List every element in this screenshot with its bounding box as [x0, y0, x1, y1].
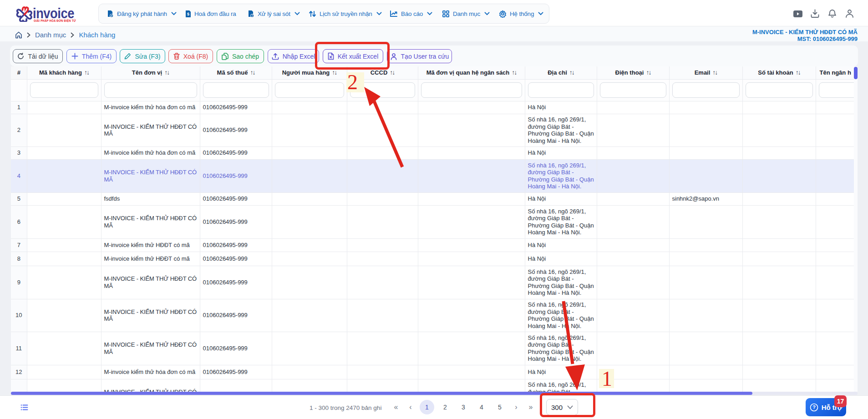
svg-text:?: ? [812, 404, 816, 410]
svg-text:$: $ [187, 12, 189, 16]
svg-text:!: ! [252, 14, 253, 17]
